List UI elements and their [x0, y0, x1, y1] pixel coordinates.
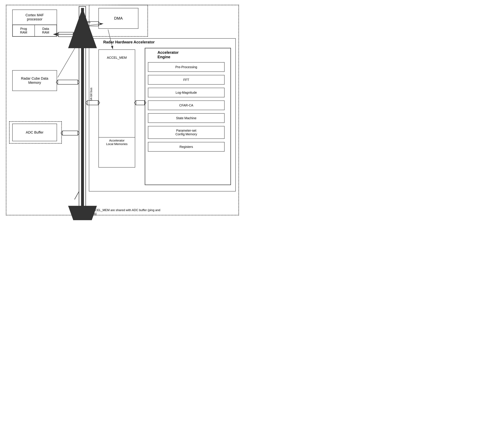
accel-mem-divider — [98, 137, 135, 138]
accel-mem-label: ACCEL_MEM — [100, 56, 134, 60]
dma-label: DMA — [114, 16, 123, 21]
footnote: * ACCEL_MEM are shared with ADC buffer (… — [89, 208, 169, 215]
param-config-box: Parameter-setConfig Memory — [148, 126, 225, 139]
state-machine-box: State Machine — [148, 113, 225, 123]
radar-cube-label: Radar Cube DataMemory — [21, 77, 48, 85]
adc-buffer-box: ADC Buffer — [12, 124, 57, 141]
diagram-container: Cortex M4Fprocessor ProgRAM DataRAM Rada… — [4, 3, 244, 220]
data-ram-box: DataRAM — [35, 25, 57, 36]
cortex-sub-section: ProgRAM DataRAM — [13, 25, 57, 36]
cortex-m4f-box: Cortex M4Fprocessor ProgRAM DataRAM — [12, 10, 57, 37]
accel-local-label: AcceleratorLocal Memories — [100, 139, 134, 146]
registers-box: Registers — [148, 142, 225, 152]
rha-title: Radar Hardware Accelerator — [103, 40, 155, 44]
cortex-title: Cortex M4Fprocessor — [13, 10, 57, 25]
fft-box: FFT — [148, 75, 225, 85]
dma-box: DMA — [98, 8, 138, 29]
accelerator-engine-title: AcceleratorEngine — [157, 50, 179, 59]
bus-label: 64-bit bus — [89, 88, 93, 101]
cfar-ca-box: CFAR-CA — [148, 101, 225, 110]
log-magnitude-box: Log-Magnitude — [148, 88, 225, 97]
accel-mem-box — [98, 49, 135, 168]
prog-ram-box: ProgRAM — [13, 25, 35, 36]
pre-processing-box: Pre-Processing — [148, 62, 225, 72]
adc-buffer-label: ADC Buffer — [26, 130, 44, 135]
radar-cube-box: Radar Cube DataMemory — [12, 70, 57, 91]
